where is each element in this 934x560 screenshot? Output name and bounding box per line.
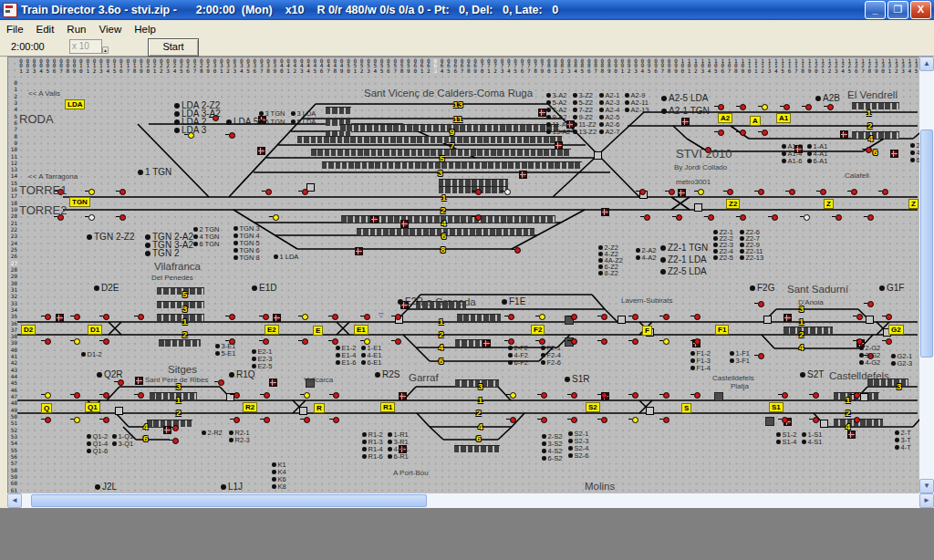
track-segment[interactable] xyxy=(592,295,605,309)
signal-icon[interactable] xyxy=(230,416,238,421)
signal-icon[interactable] xyxy=(636,188,644,193)
signal-icon[interactable] xyxy=(824,103,832,109)
signal-icon[interactable] xyxy=(506,391,514,397)
signal-icon[interactable] xyxy=(847,188,856,193)
menu-edit[interactable]: Edit xyxy=(30,22,61,36)
signal-icon[interactable] xyxy=(723,188,732,193)
signal-icon[interactable] xyxy=(864,213,872,219)
signal-icon[interactable] xyxy=(882,313,890,318)
signal-icon[interactable] xyxy=(567,391,576,397)
signal-icon[interactable] xyxy=(260,416,268,421)
crossing-icon[interactable] xyxy=(400,220,409,228)
signal-icon[interactable] xyxy=(597,313,606,318)
signal-icon[interactable] xyxy=(758,103,766,109)
signal-icon[interactable] xyxy=(391,337,400,343)
signal-icon[interactable] xyxy=(672,213,680,219)
signal-icon[interactable] xyxy=(116,213,124,219)
track-segment[interactable] xyxy=(116,413,129,427)
signal-icon[interactable] xyxy=(785,188,794,193)
signal-icon[interactable] xyxy=(134,313,142,318)
signal-icon[interactable] xyxy=(640,213,649,219)
signal-icon[interactable] xyxy=(328,337,337,343)
menu-help[interactable]: Help xyxy=(128,22,162,36)
signal-icon[interactable] xyxy=(864,300,872,306)
signal-icon[interactable] xyxy=(665,188,673,193)
signal-icon[interactable] xyxy=(472,213,480,219)
start-button[interactable]: Start xyxy=(148,38,199,57)
signal-icon[interactable] xyxy=(298,337,306,343)
signal-icon[interactable] xyxy=(736,129,744,134)
signal-icon[interactable] xyxy=(298,313,306,318)
signal-icon[interactable] xyxy=(360,313,368,318)
signal-icon[interactable] xyxy=(850,416,858,421)
signal-icon[interactable] xyxy=(882,337,890,343)
signal-icon[interactable] xyxy=(41,337,49,343)
signal-icon[interactable] xyxy=(70,391,78,397)
signal-icon[interactable] xyxy=(768,213,776,219)
signal-icon[interactable] xyxy=(41,313,49,318)
crossing-icon[interactable] xyxy=(538,109,546,117)
crossing-icon[interactable] xyxy=(399,392,407,400)
switch-icon[interactable] xyxy=(694,203,702,212)
track-segment[interactable] xyxy=(430,427,443,440)
signal-icon[interactable] xyxy=(850,391,858,397)
signal-icon[interactable] xyxy=(360,337,368,343)
signal-icon[interactable] xyxy=(778,391,786,397)
signal-icon[interactable] xyxy=(754,188,763,193)
signal-icon[interactable] xyxy=(694,188,702,193)
signal-icon[interactable] xyxy=(99,337,108,343)
signal-icon[interactable] xyxy=(99,416,108,421)
signal-icon[interactable] xyxy=(535,337,544,343)
signal-icon[interactable] xyxy=(41,391,49,397)
signal-icon[interactable] xyxy=(862,146,870,151)
signal-icon[interactable] xyxy=(262,188,270,193)
crossing-icon[interactable] xyxy=(269,379,277,387)
scroll-right-icon[interactable]: ► xyxy=(919,493,934,508)
signal-icon[interactable] xyxy=(714,129,722,134)
signal-icon[interactable] xyxy=(169,437,177,442)
signal-icon[interactable] xyxy=(116,188,124,193)
vertical-scroll-thumb[interactable] xyxy=(920,130,933,358)
signal-icon[interactable] xyxy=(780,103,788,109)
signal-icon[interactable] xyxy=(134,391,142,397)
signal-icon[interactable] xyxy=(329,416,337,421)
signal-icon[interactable] xyxy=(259,313,267,318)
crossing-icon[interactable] xyxy=(678,189,686,197)
horizontal-scroll-thumb[interactable] xyxy=(31,494,427,507)
track-segment[interactable] xyxy=(762,335,774,348)
track-segment[interactable] xyxy=(417,413,430,427)
switch-icon[interactable] xyxy=(594,151,602,160)
signal-icon[interactable] xyxy=(269,213,277,219)
switch-icon[interactable] xyxy=(866,316,874,324)
crossing-icon[interactable] xyxy=(483,339,491,347)
crossing-icon[interactable] xyxy=(784,314,792,322)
menu-view[interactable]: View xyxy=(92,22,128,36)
signal-icon[interactable] xyxy=(85,213,93,219)
signal-icon[interactable] xyxy=(597,391,606,397)
menu-run[interactable]: Run xyxy=(60,22,92,36)
signal-icon[interactable] xyxy=(329,391,337,397)
signal-icon[interactable] xyxy=(70,337,78,343)
menu-file[interactable]: File xyxy=(0,22,30,36)
signal-icon[interactable] xyxy=(70,416,78,421)
title-bar[interactable]: Train Director 3.6o - stvi.zip - 2:00:00… xyxy=(0,0,934,20)
signal-icon[interactable] xyxy=(504,313,513,318)
horizontal-scrollbar[interactable]: ◄ ► xyxy=(7,493,934,508)
signal-icon[interactable] xyxy=(328,313,337,318)
signal-icon[interactable] xyxy=(704,213,712,219)
signal-icon[interactable] xyxy=(472,188,480,193)
signal-icon[interactable] xyxy=(300,391,308,397)
track-segment[interactable] xyxy=(138,124,209,197)
signal-icon[interactable] xyxy=(832,213,840,219)
crossing-icon[interactable] xyxy=(847,430,856,439)
minimize-button[interactable]: _ xyxy=(865,1,886,19)
restore-button[interactable]: ❐ xyxy=(887,1,908,19)
vertical-scrollbar[interactable]: ▲ ▼ xyxy=(919,57,934,493)
signal-icon[interactable] xyxy=(260,391,268,397)
signal-icon[interactable] xyxy=(659,313,668,318)
crossing-icon[interactable] xyxy=(555,141,563,150)
track-segment[interactable] xyxy=(498,427,512,440)
switch-icon[interactable] xyxy=(115,407,123,415)
signal-icon[interactable] xyxy=(802,103,810,109)
signal-icon[interactable] xyxy=(298,188,306,193)
